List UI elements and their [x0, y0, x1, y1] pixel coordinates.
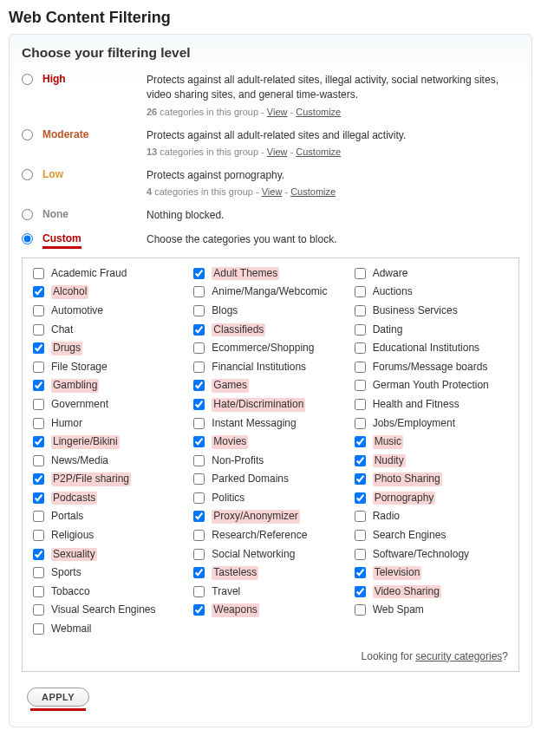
category-checkbox[interactable]: [355, 342, 366, 354]
category-item[interactable]: Software/Technology: [355, 548, 508, 562]
category-item[interactable]: Religious: [33, 529, 186, 543]
category-item[interactable]: Lingerie/Bikini: [33, 435, 186, 449]
level-view-link-low[interactable]: View: [262, 186, 283, 197]
level-customize-link-high[interactable]: Customize: [296, 107, 341, 117]
category-checkbox[interactable]: [193, 473, 205, 485]
category-item[interactable]: Blogs: [193, 304, 347, 318]
category-checkbox[interactable]: [33, 362, 44, 373]
category-checkbox[interactable]: [355, 455, 366, 466]
category-checkbox[interactable]: [355, 436, 366, 447]
security-categories-link[interactable]: security categories: [415, 650, 502, 662]
category-checkbox[interactable]: [355, 268, 366, 279]
category-checkbox[interactable]: [33, 455, 44, 466]
category-checkbox[interactable]: [355, 362, 366, 373]
category-item[interactable]: Financial Institutions: [193, 361, 347, 375]
category-checkbox[interactable]: [355, 530, 366, 541]
category-checkbox[interactable]: [33, 324, 44, 336]
category-item[interactable]: Chat: [33, 323, 186, 337]
category-item[interactable]: Dating: [355, 323, 508, 337]
category-item[interactable]: Anime/Manga/Webcomic: [193, 285, 347, 299]
category-checkbox[interactable]: [193, 586, 205, 597]
category-checkbox[interactable]: [193, 511, 205, 522]
category-checkbox[interactable]: [355, 586, 366, 597]
category-checkbox[interactable]: [33, 492, 44, 504]
category-checkbox[interactable]: [355, 511, 366, 522]
category-item[interactable]: Classifieds: [193, 323, 347, 337]
category-checkbox[interactable]: [33, 268, 44, 279]
category-checkbox[interactable]: [33, 380, 44, 391]
category-item[interactable]: Instant Messaging: [193, 417, 347, 431]
category-item[interactable]: Alcohol: [33, 285, 186, 299]
category-item[interactable]: Tobacco: [33, 585, 186, 599]
category-item[interactable]: Auctions: [355, 285, 508, 299]
category-checkbox[interactable]: [355, 567, 366, 578]
category-item[interactable]: Visual Search Engines: [33, 603, 186, 617]
category-item[interactable]: Music: [355, 435, 508, 449]
category-checkbox[interactable]: [193, 549, 205, 560]
category-checkbox[interactable]: [193, 455, 205, 466]
category-item[interactable]: Television: [355, 566, 508, 580]
category-checkbox[interactable]: [355, 305, 366, 316]
category-checkbox[interactable]: [355, 399, 366, 410]
category-item[interactable]: News/Media: [33, 454, 186, 468]
category-item[interactable]: Research/Reference: [193, 529, 347, 543]
category-checkbox[interactable]: [355, 492, 366, 504]
category-checkbox[interactable]: [33, 342, 44, 354]
category-item[interactable]: Nudity: [355, 454, 508, 468]
category-checkbox[interactable]: [193, 286, 205, 297]
level-radio-custom[interactable]: [22, 233, 33, 244]
category-checkbox[interactable]: [193, 530, 205, 541]
category-item[interactable]: Radio: [355, 510, 508, 524]
category-item[interactable]: Weapons: [193, 603, 347, 617]
category-item[interactable]: Forums/Message boards: [355, 361, 508, 375]
level-view-link-high[interactable]: View: [267, 107, 288, 117]
level-radio-high[interactable]: [22, 74, 33, 85]
category-item[interactable]: Parked Domains: [193, 472, 347, 486]
category-item[interactable]: Movies: [193, 435, 347, 449]
category-item[interactable]: Webmail: [33, 622, 186, 636]
category-checkbox[interactable]: [33, 549, 44, 560]
category-item[interactable]: Humor: [33, 417, 186, 431]
category-item[interactable]: Ecommerce/Shopping: [193, 342, 347, 355]
category-checkbox[interactable]: [193, 567, 205, 578]
category-item[interactable]: Tasteless: [193, 566, 347, 580]
category-item[interactable]: Photo Sharing: [355, 472, 508, 486]
category-checkbox[interactable]: [193, 604, 205, 616]
category-checkbox[interactable]: [355, 286, 366, 297]
category-checkbox[interactable]: [33, 530, 44, 541]
category-item[interactable]: Non-Profits: [193, 454, 347, 468]
category-checkbox[interactable]: [193, 380, 205, 391]
category-checkbox[interactable]: [33, 604, 44, 616]
category-item[interactable]: Travel: [193, 585, 347, 599]
category-item[interactable]: P2P/File sharing: [33, 472, 186, 486]
category-item[interactable]: Government: [33, 398, 186, 412]
category-checkbox[interactable]: [33, 567, 44, 578]
category-checkbox[interactable]: [33, 286, 44, 297]
level-radio-moderate[interactable]: [22, 129, 33, 140]
category-checkbox[interactable]: [355, 473, 366, 485]
category-checkbox[interactable]: [355, 604, 366, 616]
category-checkbox[interactable]: [193, 436, 205, 447]
category-checkbox[interactable]: [33, 305, 44, 316]
category-item[interactable]: Social Networking: [193, 548, 347, 562]
level-customize-link-moderate[interactable]: Customize: [296, 147, 341, 157]
category-item[interactable]: Proxy/Anonymizer: [193, 510, 347, 524]
category-item[interactable]: Sports: [33, 566, 186, 580]
category-checkbox[interactable]: [33, 436, 44, 447]
category-item[interactable]: German Youth Protection: [355, 379, 508, 393]
category-checkbox[interactable]: [33, 473, 44, 485]
level-radio-low[interactable]: [22, 169, 33, 180]
category-checkbox[interactable]: [355, 418, 366, 429]
category-checkbox[interactable]: [193, 399, 205, 410]
category-checkbox[interactable]: [355, 549, 366, 560]
category-checkbox[interactable]: [33, 418, 44, 429]
category-item[interactable]: Business Services: [355, 304, 508, 318]
category-checkbox[interactable]: [193, 418, 205, 429]
category-checkbox[interactable]: [355, 324, 366, 336]
category-item[interactable]: Video Sharing: [355, 585, 508, 599]
category-item[interactable]: File Storage: [33, 361, 186, 375]
category-checkbox[interactable]: [193, 324, 205, 336]
level-radio-none[interactable]: [22, 209, 33, 220]
category-checkbox[interactable]: [33, 399, 44, 410]
category-item[interactable]: Portals: [33, 510, 186, 524]
